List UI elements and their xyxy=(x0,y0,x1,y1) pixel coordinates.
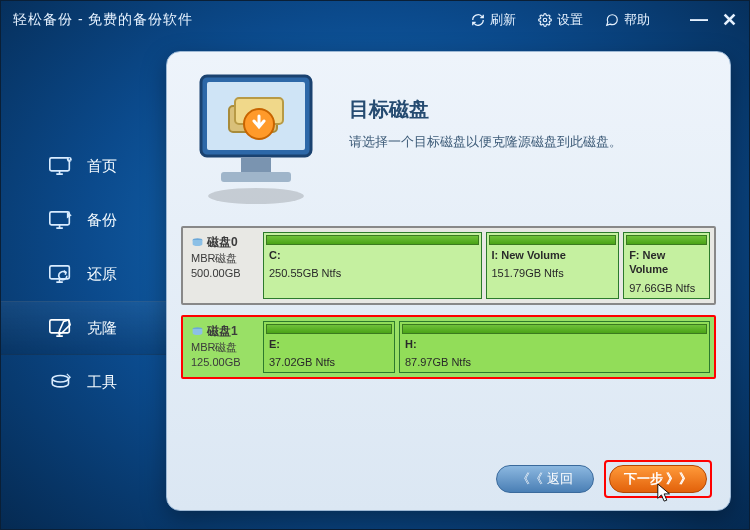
disk-type: MBR磁盘 xyxy=(191,340,255,355)
body: 首页 备份 还原 克隆 工具 xyxy=(1,39,749,529)
partition-size: 87.97GB Ntfs xyxy=(400,355,709,372)
svg-rect-9 xyxy=(241,158,271,172)
partition-label: C: xyxy=(264,247,481,266)
next-button[interactable]: 下一步 》》 xyxy=(609,465,707,493)
disk-name: 磁盘1 xyxy=(207,323,238,340)
minimize-button[interactable]: — xyxy=(690,9,708,31)
partition[interactable]: I: New Volume 151.79GB Ntfs xyxy=(486,232,620,299)
panel-heading: 目标磁盘 xyxy=(349,96,622,123)
restore-icon xyxy=(49,263,75,285)
nav-label: 克隆 xyxy=(87,319,117,338)
sidebar: 首页 备份 还原 克隆 工具 xyxy=(1,39,166,529)
usage-bar xyxy=(266,235,479,245)
partitions: C: 250.55GB Ntfs I: New Volume 151.79GB … xyxy=(263,232,710,299)
sidebar-item-backup[interactable]: 备份 xyxy=(1,193,166,247)
hero-illustration xyxy=(181,66,331,216)
settings-button[interactable]: 设置 xyxy=(538,11,583,29)
sidebar-item-tools[interactable]: 工具 xyxy=(1,355,166,409)
usage-bar xyxy=(626,235,707,245)
usage-bar xyxy=(402,324,707,334)
sidebar-item-clone[interactable]: 克隆 xyxy=(1,301,166,355)
next-label: 下一步 》》 xyxy=(624,470,693,488)
window-controls: — ✕ xyxy=(690,9,737,31)
main-panel: 目标磁盘 请选择一个目标磁盘以便克隆源磁盘到此磁盘。 磁盘0 MBR磁盘 500… xyxy=(166,51,731,511)
refresh-button[interactable]: 刷新 xyxy=(471,11,516,29)
next-button-highlight: 下一步 》》 xyxy=(604,460,712,498)
svg-point-6 xyxy=(52,376,68,383)
footer-buttons: 《《 返回 下一步 》》 xyxy=(496,460,712,498)
help-label: 帮助 xyxy=(624,11,650,29)
disk-head: 磁盘0 MBR磁盘 500.00GB xyxy=(187,232,259,299)
back-label: 《《 返回 xyxy=(517,470,573,488)
partition-label: F: New Volume xyxy=(624,247,709,281)
svg-rect-10 xyxy=(221,172,291,182)
partition-label: E: xyxy=(264,336,394,355)
refresh-icon xyxy=(471,13,485,27)
svg-rect-3 xyxy=(50,212,70,225)
clone-icon xyxy=(49,317,75,339)
tools-icon xyxy=(49,371,75,393)
sidebar-item-home[interactable]: 首页 xyxy=(1,139,166,193)
help-button[interactable]: 帮助 xyxy=(605,11,650,29)
partition-label: H: xyxy=(400,336,709,355)
partition-size: 37.02GB Ntfs xyxy=(264,355,394,372)
nav-label: 首页 xyxy=(87,157,117,176)
disk-icon xyxy=(191,237,204,248)
disk-size: 125.00GB xyxy=(191,355,255,370)
disk-row-1[interactable]: 磁盘1 MBR磁盘 125.00GB E: 37.02GB Ntfs H: 87… xyxy=(181,315,716,380)
monitor-clone-icon xyxy=(181,66,331,216)
disk-head: 磁盘1 MBR磁盘 125.00GB xyxy=(187,321,259,374)
disk-row-0[interactable]: 磁盘0 MBR磁盘 500.00GB C: 250.55GB Ntfs I: N… xyxy=(181,226,716,305)
help-icon xyxy=(605,13,619,27)
nav-label: 备份 xyxy=(87,211,117,230)
usage-bar xyxy=(489,235,617,245)
refresh-label: 刷新 xyxy=(490,11,516,29)
panel-subheading: 请选择一个目标磁盘以便克隆源磁盘到此磁盘。 xyxy=(349,133,622,151)
disk-type: MBR磁盘 xyxy=(191,251,255,266)
partitions: E: 37.02GB Ntfs H: 87.97GB Ntfs xyxy=(263,321,710,374)
monitor-icon xyxy=(49,155,75,177)
partition-label: I: New Volume xyxy=(487,247,619,266)
partition-size: 151.79GB Ntfs xyxy=(487,266,619,283)
disk-icon xyxy=(191,326,204,337)
settings-label: 设置 xyxy=(557,11,583,29)
hero: 目标磁盘 请选择一个目标磁盘以便克隆源磁盘到此磁盘。 xyxy=(181,66,716,216)
top-actions: 刷新 设置 帮助 — ✕ xyxy=(471,9,737,31)
svg-rect-1 xyxy=(50,158,70,171)
nav-label: 还原 xyxy=(87,265,117,284)
usage-bar xyxy=(266,324,392,334)
app-title: 轻松备份 - 免费的备份软件 xyxy=(13,11,193,29)
app-window: 轻松备份 - 免费的备份软件 刷新 设置 帮助 — ✕ 首页 xyxy=(0,0,750,530)
partition[interactable]: C: 250.55GB Ntfs xyxy=(263,232,482,299)
close-button[interactable]: ✕ xyxy=(722,9,737,31)
partition[interactable]: H: 87.97GB Ntfs xyxy=(399,321,710,374)
partition[interactable]: E: 37.02GB Ntfs xyxy=(263,321,395,374)
partition[interactable]: F: New Volume 97.66GB Ntfs xyxy=(623,232,710,299)
svg-point-0 xyxy=(543,18,547,22)
partition-size: 250.55GB Ntfs xyxy=(264,266,481,283)
hero-text: 目标磁盘 请选择一个目标磁盘以便克隆源磁盘到此磁盘。 xyxy=(349,66,622,216)
nav-label: 工具 xyxy=(87,373,117,392)
backup-icon xyxy=(49,209,75,231)
sidebar-item-restore[interactable]: 还原 xyxy=(1,247,166,301)
back-button[interactable]: 《《 返回 xyxy=(496,465,594,493)
disk-name: 磁盘0 xyxy=(207,234,238,251)
titlebar: 轻松备份 - 免费的备份软件 刷新 设置 帮助 — ✕ xyxy=(1,1,749,39)
disk-size: 500.00GB xyxy=(191,266,255,281)
svg-point-11 xyxy=(208,188,304,204)
partition-size: 97.66GB Ntfs xyxy=(624,281,709,298)
gear-icon xyxy=(538,13,552,27)
